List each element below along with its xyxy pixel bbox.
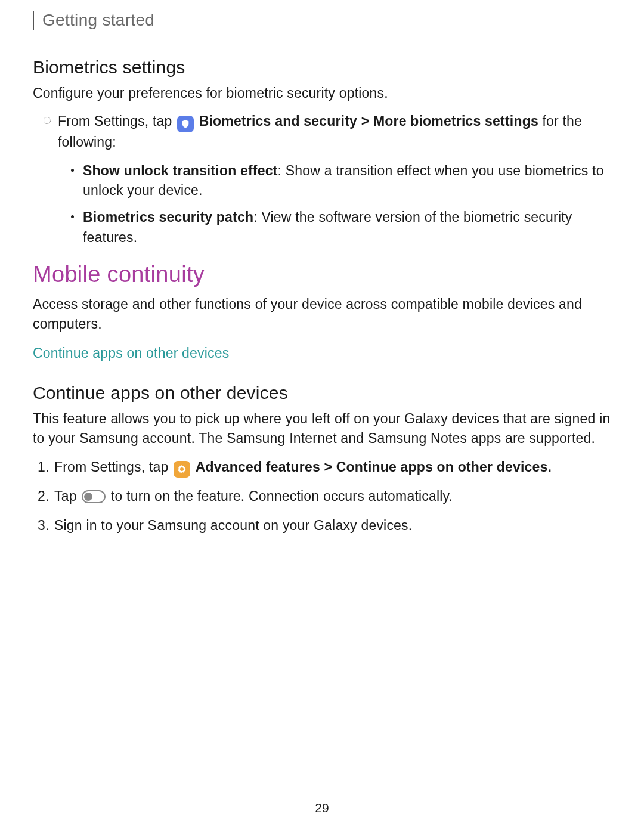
biometrics-intro: Configure your preferences for biometric… [33,83,611,103]
sub2-bold: Biometrics security patch [83,209,253,225]
step-1: From Settings, tap Advanced features > C… [54,457,611,478]
step2-prefix: Tap [54,488,80,504]
sub1-bold: Show unlock transition effect [83,163,278,178]
breadcrumb: Getting started [42,11,611,30]
page-number: 29 [0,801,644,815]
step-2: Tap to turn on the feature. Connection o… [54,486,611,507]
continue-apps-steps: From Settings, tap Advanced features > C… [54,457,611,535]
step-bold: Biometrics and security > More biometric… [199,113,538,129]
step1-prefix: From Settings, tap [54,459,172,475]
shield-icon [177,116,194,132]
mobile-continuity-intro: Access storage and other functions of yo… [33,295,611,335]
toggle-icon [82,490,106,503]
step-prefix: From Settings, tap [58,113,176,129]
breadcrumb-bar: Getting started [33,11,611,30]
step1-bold: Advanced features > Continue apps on oth… [196,459,552,475]
biometrics-sublist: Show unlock transition effect: Show a tr… [83,161,611,247]
sub-item-1: Show unlock transition effect: Show a tr… [83,161,611,201]
biometrics-steps: From Settings, tap Biometrics and securi… [58,112,611,247]
continue-apps-heading: Continue apps on other devices [33,383,611,403]
step-3: Sign in to your Samsung account on your … [54,515,611,536]
step2-suffix: to turn on the feature. Connection occur… [111,488,453,504]
continue-apps-intro: This feature allows you to pick up where… [33,409,611,449]
continue-apps-link[interactable]: Continue apps on other devices [33,345,611,361]
sub-item-2: Biometrics security patch: View the soft… [83,208,611,247]
biometrics-heading: Biometrics settings [33,57,611,78]
biometrics-step: From Settings, tap Biometrics and securi… [58,112,611,247]
mobile-continuity-heading: Mobile continuity [33,262,611,287]
gear-icon [174,461,190,478]
